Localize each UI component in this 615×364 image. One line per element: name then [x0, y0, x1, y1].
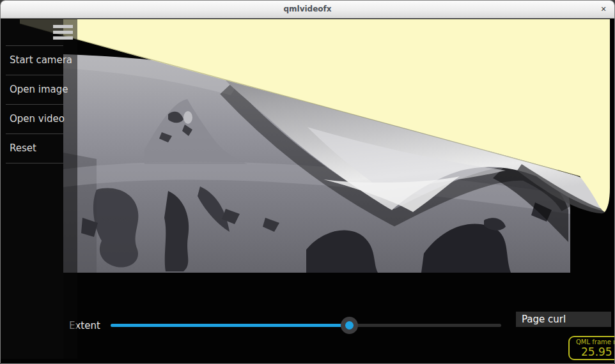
content-area: Extent Page curl QML frame r... 25.95 St…	[1, 19, 614, 363]
sidebar-menu: Start camera Open image Open video Reset	[6, 45, 63, 163]
menu-divider	[6, 163, 63, 163]
menu-icon-bar	[53, 31, 73, 34]
sidebar-item-open-video[interactable]: Open video	[6, 104, 63, 133]
menu-icon[interactable]	[53, 25, 73, 42]
title-bar: qmlvideofx ✕	[1, 1, 614, 19]
sidebar-item-open-image[interactable]: Open image	[6, 75, 63, 104]
fps-value: 25.95	[570, 346, 614, 358]
menu-icon-bar	[53, 25, 73, 28]
sidebar-item-start-camera[interactable]: Start camera	[6, 45, 63, 75]
close-icon[interactable]: ✕	[598, 4, 609, 15]
effect-selector[interactable]: Page curl	[516, 312, 611, 327]
window-title: qmlvideofx	[1, 4, 614, 13]
menu-icon-bar	[53, 36, 73, 40]
sidebar-item-reset[interactable]: Reset	[6, 133, 63, 163]
app-window: qmlvideofx ✕	[0, 0, 615, 364]
extent-slider-fill	[111, 324, 349, 327]
extent-slider-handle[interactable]	[341, 317, 358, 334]
fps-readout: QML frame r... 25.95	[568, 336, 614, 360]
extent-slider-handle-dot	[345, 321, 354, 330]
extent-slider-track[interactable]	[111, 324, 501, 327]
